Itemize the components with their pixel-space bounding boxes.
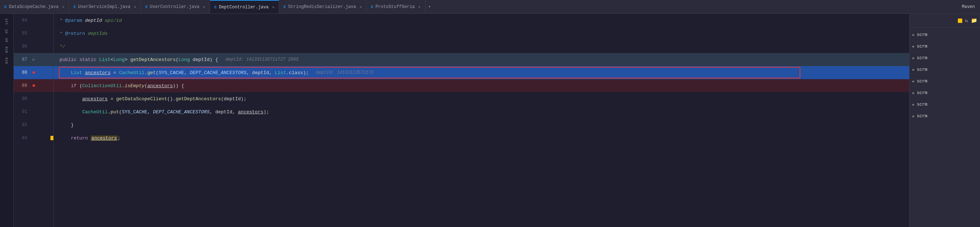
breakpoint-icon-89: ● — [30, 82, 37, 89]
tab-label: DataScopeCache.java — [9, 4, 59, 10]
gutter-row-93: 93 — [14, 131, 53, 145]
maven-item-6[interactable]: ▶ scrm — [910, 87, 980, 99]
maven-item-4[interactable]: ▶ scrm — [910, 64, 980, 75]
code-content-88: List ancestors = CacheUtil.get(SYS_CACHE… — [54, 66, 909, 79]
breakpoint-icon-88: ● — [30, 69, 37, 76]
close-icon[interactable]: ✕ — [134, 5, 136, 9]
tab-stringredisserializer[interactable]: C StringRedisSerializer.java ✕ — [279, 0, 367, 14]
code-text-86: */ — [59, 44, 65, 50]
yellow-indicator — [958, 19, 962, 23]
close-icon[interactable]: ✕ — [418, 5, 421, 9]
maven-item-8[interactable]: ▶ scrm — [910, 110, 980, 122]
line-number-91: 91 — [14, 109, 30, 114]
side-label-ata2[interactable]: ata — [4, 56, 10, 66]
code-row-87: public static List<Long> getDeptAncestor… — [54, 53, 909, 66]
close-icon[interactable]: ✕ — [360, 5, 362, 9]
line-number-84: 84 — [14, 18, 30, 23]
tab-userserviceimpl[interactable]: C UserServiceImpl.java ✕ — [69, 0, 141, 14]
code-content-84: * @param deptId api/id — [54, 14, 909, 27]
tab-label: ProtoStuffSeria — [375, 4, 415, 10]
code-text-93: return ancestors; — [59, 136, 121, 141]
line-number-gutter: 84 85 86 87 ▷ 88 ● 89 ● 90 9 — [14, 14, 54, 227]
code-content-93: return ancestors; — [54, 131, 909, 145]
code-content-85: * @return deptIds — [54, 27, 909, 40]
line-number-93: 93 — [14, 136, 30, 141]
code-row-86: */ — [54, 40, 909, 53]
side-labels-panel: yst eC pe ata ata — [0, 14, 14, 227]
code-content-92: } — [54, 118, 909, 131]
code-text-90: ancestors = getDataScopeClient().getDept… — [59, 96, 247, 102]
folder-icon[interactable]: 📁 — [971, 18, 977, 24]
gutter-row-92: 92 — [14, 118, 53, 131]
hint-87: deptId: 141331135711727 2065 — [225, 57, 299, 62]
code-text-91: CacheUtil.put(SYS_CACHE, DEPT_CACHE_ANCE… — [59, 109, 269, 115]
tab-protostuffseria[interactable]: C ProtoStuffSeria ✕ — [367, 0, 425, 14]
hint-88: deptId: 14133113571172 — [316, 70, 374, 75]
code-row-89: if (CollectionUtil.isEmpty(ancestors)) { — [54, 79, 909, 92]
maven-expand-icon-1: ▶ — [913, 33, 915, 37]
line-number-92: 92 — [14, 122, 30, 128]
code-text-84: * @param deptId api/id — [59, 18, 122, 23]
maven-expand-icon-5: ▶ — [913, 79, 915, 83]
maven-item-1[interactable]: ▶ scrm — [910, 29, 980, 41]
maven-item-2[interactable]: ▶ scrm — [910, 41, 980, 52]
maven-item-7[interactable]: ▶ scrm — [910, 99, 980, 110]
maven-panel: ↻ 📁 ▶ scrm ▶ scrm ▶ scrm ▶ scrm ▶ scrm — [909, 14, 980, 227]
code-row-88: List ancestors = CacheUtil.get(SYS_CACHE… — [54, 66, 909, 79]
code-editor[interactable]: * @param deptId api/id * @return deptIds… — [54, 14, 909, 227]
maven-item-label-8: scrm — [917, 114, 928, 119]
maven-expand-icon-2: ▶ — [913, 44, 915, 49]
maven-item-label-6: scrm — [917, 90, 928, 96]
maven-item-3[interactable]: ▶ scrm — [910, 52, 980, 64]
code-text-85: * @return deptIds — [59, 31, 108, 36]
maven-expand-icon-6: ▶ — [913, 91, 915, 95]
line-number-89: 89 — [14, 83, 30, 88]
tab-label: DeptController.java — [219, 5, 269, 10]
close-icon[interactable]: ✕ — [203, 5, 205, 9]
side-label-yst[interactable]: yst — [4, 17, 10, 26]
gutter-row-88: 88 ● — [14, 66, 53, 79]
tab-icon: C — [73, 5, 76, 9]
tab-deptcontroller[interactable]: C DeptController.java ✕ — [210, 0, 279, 14]
maven-button[interactable]: Maven — [957, 0, 980, 14]
side-label-pe[interactable]: pe — [4, 36, 10, 43]
code-content-90: ancestors = getDataScopeClient().getDept… — [54, 92, 909, 106]
maven-item-label-3: scrm — [917, 56, 928, 61]
maven-expand-icon-7: ▶ — [913, 102, 915, 107]
maven-item-5[interactable]: ▶ scrm — [910, 75, 980, 87]
gutter-row-90: 90 — [14, 92, 53, 106]
side-label-ec[interactable]: eC — [4, 27, 10, 35]
tab-icon: C — [283, 5, 286, 9]
maven-item-label-7: scrm — [917, 102, 928, 107]
line-number-88: 88 — [14, 70, 30, 75]
close-icon[interactable]: ✕ — [272, 5, 274, 10]
tab-datascopecache[interactable]: C DataScopeCache.java ✕ — [0, 0, 69, 14]
code-row-93: return ancestors; — [54, 131, 909, 145]
gutter-arrow-87: ▷ — [30, 58, 37, 62]
code-content-87: public static List<Long> getDeptAncestor… — [54, 53, 909, 66]
code-text-87: public static List<Long> getDeptAncestor… — [59, 57, 218, 62]
tab-overflow-button[interactable]: ▾ — [425, 4, 434, 10]
gutter-row-85: 85 — [14, 27, 53, 40]
maven-expand-icon-4: ▶ — [913, 67, 915, 72]
refresh-icon[interactable]: ↻ — [965, 18, 968, 24]
code-text-89: if (CollectionUtil.isEmpty(ancestors)) { — [59, 83, 184, 89]
gutter-row-84: 84 — [14, 14, 53, 27]
close-icon[interactable]: ✕ — [62, 5, 64, 9]
maven-expand-icon-3: ▶ — [913, 56, 915, 60]
main-content: yst eC pe ata ata 84 85 86 87 ▷ 88 ● — [0, 14, 980, 227]
side-label-ata1[interactable]: ata — [4, 45, 10, 54]
code-row-91: CacheUtil.put(SYS_CACHE, DEPT_CACHE_ANCE… — [54, 106, 909, 118]
line-number-86: 86 — [14, 44, 30, 49]
gutter-row-86: 86 — [14, 40, 53, 53]
tab-usercontroller[interactable]: C UserController.java ✕ — [141, 0, 210, 14]
tab-label: UserServiceImpl.java — [78, 4, 130, 10]
code-row-92: } — [54, 118, 909, 131]
maven-list: ▶ scrm ▶ scrm ▶ scrm ▶ scrm ▶ scrm ▶ scr… — [910, 27, 980, 227]
gutter-row-89: 89 ● — [14, 79, 53, 92]
gutter-row-87: 87 ▷ — [14, 53, 53, 66]
code-row-84: * @param deptId api/id — [54, 14, 909, 27]
tab-icon: C — [145, 5, 148, 9]
line-number-85: 85 — [14, 31, 30, 36]
maven-item-label-4: scrm — [917, 67, 928, 72]
